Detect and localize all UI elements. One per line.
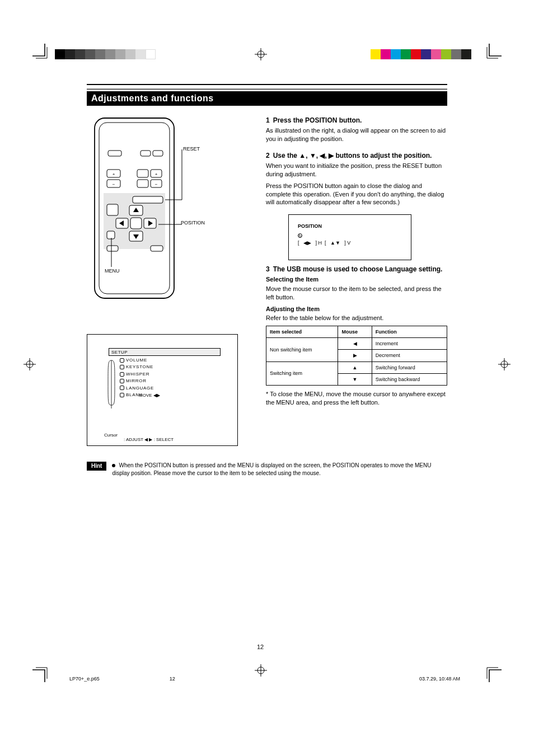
- left-column: + − + −: [87, 116, 255, 446]
- crop-mark-bl: [32, 665, 49, 682]
- rule-top: [87, 84, 447, 85]
- remote-diagram: + − + −: [87, 116, 255, 323]
- cell-increment: Increment: [372, 338, 447, 350]
- menu-item-language: LANGUAGE: [126, 386, 154, 391]
- step3-close: * To close the MENU, move the mouse curs…: [266, 390, 447, 407]
- hint-body: When the POSITION button is pressed and …: [112, 462, 447, 477]
- th-fn: Function: [372, 326, 447, 338]
- hint-box: Hint When the POSITION button is pressed…: [87, 462, 447, 477]
- section-title: Adjustments and functions: [87, 91, 447, 106]
- cursor-caption: Cursor: [104, 433, 118, 438]
- hint-tag: Hint: [87, 462, 106, 471]
- register-mark-left: [24, 358, 36, 370]
- step1-body: As illustrated on the right, a dialog wi…: [266, 126, 447, 143]
- step1-title: Press the POSITION button.: [273, 116, 362, 125]
- right-column: 1 Press the POSITION button. As illustra…: [266, 116, 447, 446]
- rule-top2: [87, 88, 447, 90]
- page-content: Adjustments and functions + −: [87, 84, 447, 477]
- menu-osd: SETUP VOLUME KEYSTONE WHISPER MIRROR LAN…: [87, 334, 238, 446]
- register-mark-right: [498, 358, 510, 370]
- label-position: POSITION: [181, 220, 209, 226]
- position-osd-title: POSITION: [298, 223, 402, 231]
- cell-nonswitch: Non switching item: [266, 338, 338, 361]
- crop-mark-tr: [485, 44, 502, 60]
- position-h-arrows: ◀▶: [303, 240, 311, 246]
- color-wedge: [371, 49, 471, 59]
- cell-fwd: Switching forward: [372, 361, 447, 373]
- page-number: 12: [257, 644, 264, 650]
- step2-title: Use the ▲, ▼, ◀, ▶ buttons to adjust the…: [273, 151, 432, 160]
- footer-date: 03.7.29, 10:48 AM: [419, 676, 460, 682]
- step3-sub1-b: Move the mouse cursor to the item to be …: [266, 285, 447, 302]
- menu-item-whisper: WHISPER: [126, 372, 149, 377]
- th-item: Item selected: [266, 326, 338, 338]
- step2-body2: Press the POSITION button again to close…: [266, 182, 447, 207]
- menu-adjust-hint: : ADJUST ◀ ▶ : SELECT: [124, 437, 174, 442]
- cell-bwd: Switching backward: [372, 373, 447, 385]
- menu-move-hint: MOVE ◀▶: [139, 393, 160, 398]
- step2-body1: When you want to initialize the position…: [266, 162, 447, 179]
- menu-item-volume: VOLUME: [126, 358, 147, 363]
- cell-decrement: Decrement: [372, 350, 447, 361]
- step3-sub2-h: Adjusting the Item: [266, 305, 447, 313]
- step2-num: 2: [266, 151, 270, 160]
- cell-right-tri: ▶: [338, 350, 372, 361]
- cell-down-tri: ▼: [338, 373, 372, 385]
- footer-page-text: 12: [170, 676, 175, 682]
- step-3: 3 The USB mouse is used to choose Langua…: [266, 265, 447, 407]
- menu-osd-header: SETUP: [109, 348, 221, 356]
- footer-file-text: LP70+_e.p65: [69, 676, 100, 682]
- step3-title: The USB mouse is used to choose Language…: [273, 265, 443, 274]
- cell-left-tri: ◀: [338, 338, 372, 350]
- menu-move-hint-text: MOVE ◀▶: [139, 393, 160, 398]
- callout-lines: [92, 116, 199, 306]
- th-mouse: Mouse: [338, 326, 372, 338]
- register-mark-bottom: [255, 664, 267, 677]
- step-2: 2 Use the ▲, ▼, ◀, ▶ buttons to adjust t…: [266, 151, 447, 206]
- step-1: 1 Press the POSITION button. As illustra…: [266, 116, 447, 143]
- grayscale-wedge: [55, 49, 156, 59]
- bullet-icon: [112, 464, 115, 467]
- label-menu: MENU: [105, 268, 120, 274]
- register-mark-top: [255, 48, 267, 60]
- cell-switch: Switching item: [266, 361, 338, 385]
- adjust-table: Item selected Mouse Function Non switchi…: [266, 326, 447, 386]
- step3-num: 3: [266, 265, 270, 274]
- menu-item-mirror: MIRROR: [126, 378, 147, 383]
- crop-mark-tl: [32, 44, 49, 60]
- position-osd-line: ↻: [298, 232, 402, 240]
- crop-mark-br: [485, 665, 502, 682]
- hint-text: When the POSITION button is pressed and …: [112, 462, 431, 476]
- step3-sub2-b: Refer to the table below for the adjustm…: [266, 314, 447, 322]
- step3-sub1-h: Selecting the Item: [266, 275, 447, 284]
- position-osd: POSITION ↻ [ ◀▶ ] H [ ▲▼ ] V: [288, 214, 411, 260]
- cell-up-tri: ▲: [338, 361, 372, 373]
- step1-num: 1: [266, 116, 270, 125]
- footer-filename: LP70+_e.p65 12: [69, 676, 175, 682]
- label-reset: RESET: [183, 146, 200, 152]
- cursor-loop-icon: [107, 358, 115, 408]
- position-osd-hv: [ ◀▶ ] H [ ▲▼ ] V: [298, 240, 402, 247]
- menu-item-keystone: KEYSTONE: [126, 364, 153, 369]
- position-v-arrows: ▲▼: [330, 240, 340, 246]
